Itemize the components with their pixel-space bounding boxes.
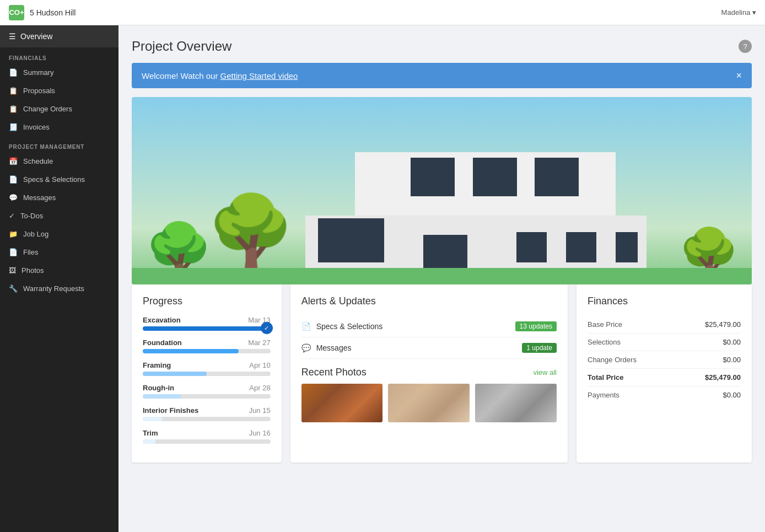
photo-sink[interactable] bbox=[388, 384, 470, 422]
foundation-date: Mar 27 bbox=[248, 338, 270, 347]
interior-label: Interior Finishes bbox=[143, 406, 198, 415]
roughin-fill bbox=[143, 394, 181, 399]
trim-date: Jun 16 bbox=[249, 429, 271, 437]
messages-alert-icon: 💬 bbox=[301, 343, 311, 352]
sidebar-item-specs-selections[interactable]: 📄 Specs & Selections bbox=[0, 170, 118, 189]
trim-fill bbox=[143, 439, 155, 444]
welcome-text: Welcome! Watch our Getting Started video bbox=[142, 71, 298, 80]
overview-icon: ☰ bbox=[9, 32, 16, 41]
sidebar-item-schedule[interactable]: 📅 Schedule bbox=[0, 152, 118, 170]
progress-item-framing: Framing Apr 10 bbox=[143, 361, 271, 376]
sidebar: ☰ Overview FINANCIALS 📄 Summary 📋 Propos… bbox=[0, 25, 118, 532]
getting-started-link[interactable]: Getting Started video bbox=[220, 71, 298, 80]
foundation-bar bbox=[143, 349, 271, 353]
finances-title: Finances bbox=[588, 295, 741, 307]
recent-photos-title: Recent Photos bbox=[301, 367, 367, 378]
topbar-left: CO+ 5 Hudson Hill bbox=[9, 5, 76, 20]
alerts-title: Alerts & Updates bbox=[301, 295, 557, 307]
foundation-fill bbox=[143, 349, 239, 353]
roughin-bar bbox=[143, 394, 271, 399]
framing-fill bbox=[143, 372, 207, 376]
finance-selections: Selections $0.00 bbox=[588, 334, 741, 351]
sidebar-item-label: Summary bbox=[23, 68, 54, 77]
window-r3 bbox=[616, 232, 638, 262]
finance-payments: Payments $0.00 bbox=[588, 386, 741, 404]
sidebar-item-todos[interactable]: ✓ To-Dos bbox=[0, 207, 118, 225]
interior-date: Jun 15 bbox=[249, 406, 271, 415]
sidebar-item-label: Messages bbox=[23, 194, 56, 202]
sidebar-item-label: To-Dos bbox=[20, 212, 43, 220]
financials-section-label: FINANCIALS bbox=[0, 47, 118, 63]
base-price-value: $25,479.00 bbox=[705, 320, 741, 329]
proposals-icon: 📋 bbox=[9, 87, 18, 95]
overview-label: Overview bbox=[20, 32, 52, 41]
main-content: Project Overview ? Welcome! Watch our Ge… bbox=[118, 25, 765, 532]
excavation-bar: ✓ bbox=[143, 326, 271, 331]
photo-bottles[interactable] bbox=[475, 384, 557, 422]
page-header: Project Overview ? bbox=[132, 39, 752, 54]
view-all-link[interactable]: view all bbox=[533, 368, 557, 377]
job-log-icon: 📁 bbox=[9, 230, 18, 238]
warranty-icon: 🔧 bbox=[9, 284, 18, 293]
sidebar-item-job-log[interactable]: 📁 Job Log bbox=[0, 225, 118, 243]
sidebar-item-proposals[interactable]: 📋 Proposals bbox=[0, 82, 118, 100]
progress-title: Progress bbox=[143, 295, 271, 307]
alerts-card: Alerts & Updates 📄 Specs & Selections 13… bbox=[290, 284, 568, 463]
alert-row-specs: 📄 Specs & Selections 13 updates bbox=[301, 316, 557, 337]
sidebar-item-files[interactable]: 📄 Files bbox=[0, 243, 118, 261]
sidebar-item-summary[interactable]: 📄 Summary bbox=[0, 63, 118, 82]
window-r2 bbox=[566, 232, 596, 262]
welcome-banner: Welcome! Watch our Getting Started video… bbox=[132, 63, 752, 88]
change-orders-label: Change Orders bbox=[588, 356, 637, 364]
topbar: CO+ 5 Hudson Hill Madelina bbox=[0, 0, 765, 25]
trim-bar bbox=[143, 439, 271, 444]
invoices-icon: 🧾 bbox=[9, 123, 18, 131]
selections-label: Selections bbox=[588, 338, 621, 346]
files-icon: 📄 bbox=[9, 248, 18, 256]
photos-icon: 🖼 bbox=[9, 266, 16, 275]
sidebar-item-photos[interactable]: 🖼 Photos bbox=[0, 261, 118, 280]
help-icon[interactable]: ? bbox=[739, 40, 752, 53]
sidebar-item-change-orders[interactable]: 📋 Change Orders bbox=[0, 100, 118, 118]
progress-item-foundation: Foundation Mar 27 bbox=[143, 338, 271, 353]
change-orders-icon: 📋 bbox=[9, 105, 18, 113]
sidebar-item-messages[interactable]: 💬 Messages bbox=[0, 189, 118, 207]
progress-item-excavation: Excavation Mar 13 ✓ bbox=[143, 316, 271, 331]
sidebar-item-label: Job Log bbox=[23, 230, 49, 238]
sidebar-item-label: Files bbox=[23, 248, 38, 256]
sidebar-item-warranty[interactable]: 🔧 Warranty Requests bbox=[0, 280, 118, 298]
sidebar-item-overview[interactable]: ☰ Overview bbox=[0, 25, 118, 47]
house-image: 🌳 🌳 🌳 bbox=[132, 97, 752, 284]
framing-bar bbox=[143, 372, 271, 376]
total-value: $25,479.00 bbox=[705, 373, 741, 381]
sidebar-item-label: Photos bbox=[21, 266, 44, 275]
excavation-label: Excavation bbox=[143, 316, 181, 324]
progress-item-trim: Trim Jun 16 bbox=[143, 429, 271, 444]
roughin-label: Rough-in bbox=[143, 384, 174, 392]
alert-left-specs: 📄 Specs & Selections bbox=[301, 322, 383, 331]
page-title: Project Overview bbox=[132, 39, 231, 54]
window-r1 bbox=[516, 232, 547, 262]
progress-card: Progress Excavation Mar 13 ✓ bbox=[132, 284, 282, 463]
payments-value: $0.00 bbox=[723, 391, 741, 399]
messages-icon: 💬 bbox=[9, 194, 18, 202]
messages-badge: 1 update bbox=[522, 343, 557, 353]
user-menu[interactable]: Madelina bbox=[721, 8, 756, 17]
roughin-date: Apr 28 bbox=[249, 384, 270, 392]
finances-card: Finances Base Price $25,479.00 Selection… bbox=[577, 284, 752, 463]
sidebar-item-label: Proposals bbox=[23, 87, 55, 95]
photo-brick[interactable] bbox=[301, 384, 383, 422]
sidebar-item-label: Specs & Selections bbox=[23, 175, 85, 184]
close-banner-button[interactable]: × bbox=[736, 71, 742, 80]
total-label: Total Price bbox=[588, 373, 624, 381]
specs-alert-icon: 📄 bbox=[301, 322, 311, 331]
sidebar-item-invoices[interactable]: 🧾 Invoices bbox=[0, 118, 118, 136]
foundation-label: Foundation bbox=[143, 338, 182, 347]
sidebar-item-label: Invoices bbox=[23, 123, 50, 131]
messages-alert-label: Messages bbox=[316, 343, 352, 352]
tree-left2: 🌳 bbox=[206, 196, 295, 268]
logo: CO+ bbox=[9, 5, 24, 20]
layout: ☰ Overview FINANCIALS 📄 Summary 📋 Propos… bbox=[0, 25, 765, 532]
photos-row bbox=[301, 384, 557, 422]
selections-value: $0.00 bbox=[723, 338, 741, 346]
